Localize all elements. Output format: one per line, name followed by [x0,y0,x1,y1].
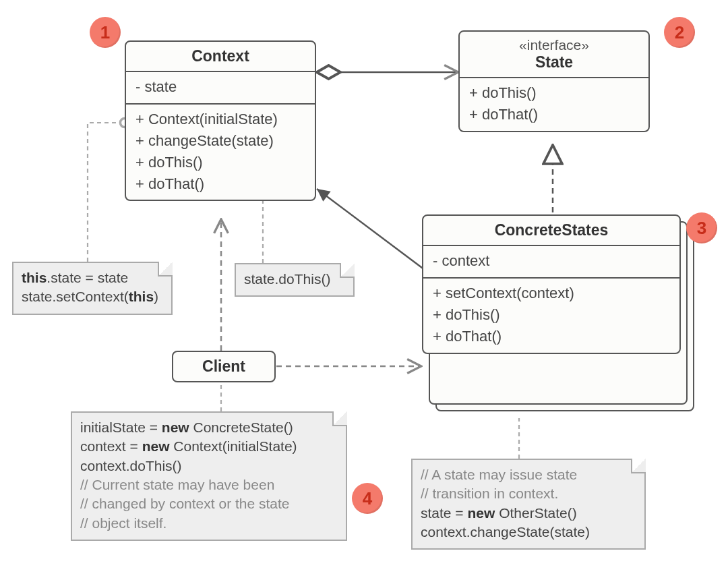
badge-3: 3 [686,212,717,243]
class-state-title: «interface» State [460,32,648,78]
note-fold-icon [332,411,347,426]
class-context-attrs: - state [126,72,315,103]
badge-1: 1 [90,17,121,48]
note-context-init: this.state = state state.setContext(this… [12,262,173,315]
class-concrete-attrs: - context [423,246,679,277]
class-context: Context - state + Context(initialState) … [125,40,316,201]
note-fold-icon [631,459,646,473]
class-concrete-methods: + setContext(context) + doThis() + doTha… [423,277,679,353]
class-context-title: Context [126,42,315,72]
class-concrete: ConcreteStates - context + setContext(co… [422,214,681,354]
note-concrete: // A state may issue state // transition… [411,459,646,550]
class-concrete-title: ConcreteStates [423,216,679,246]
note-dothis: state.doThis() [235,263,355,297]
class-context-methods: + Context(initialState) + changeState(st… [126,103,315,200]
class-state: «interface» State + doThis() + doThat() [458,30,650,132]
edge-concrete-context [317,189,425,270]
anchor-note-ctx [88,123,125,262]
class-state-methods: + doThis() + doThat() [460,78,648,131]
badge-2: 2 [664,17,695,48]
badge-4: 4 [352,483,383,514]
class-client-title: Client [173,352,274,381]
note-fold-icon [340,263,355,278]
note-fold-icon [158,262,173,277]
class-client: Client [172,351,276,382]
note-client: initialState = new ConcreteState() conte… [71,411,347,541]
